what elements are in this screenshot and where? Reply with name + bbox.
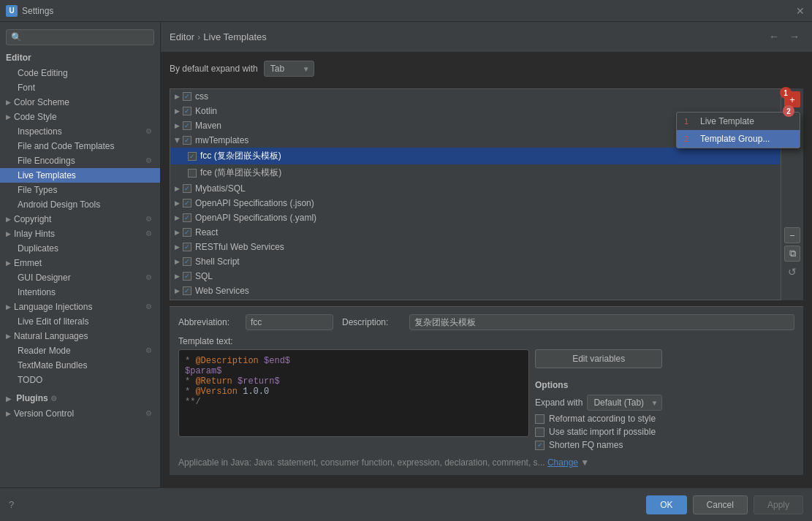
- checkbox-kotlin[interactable]: [183, 107, 191, 115]
- window-title: Settings: [22, 6, 53, 16]
- template-group-web-services[interactable]: ▶ Web Services: [170, 284, 781, 298]
- template-group-xsl[interactable]: ▶ xsl: [170, 298, 781, 300]
- ok-button[interactable]: OK: [646, 495, 686, 514]
- template-text-area[interactable]: * @Description $end$ $param$ * @Return $…: [178, 349, 529, 437]
- cancel-button[interactable]: Cancel: [693, 495, 748, 514]
- checkbox-react[interactable]: [183, 228, 191, 237]
- shorten-fq-checkbox[interactable]: [535, 441, 545, 450]
- content-body: By default expand with TabEnterSpace ▼ ▶…: [161, 52, 812, 487]
- checkbox-maven[interactable]: [183, 121, 191, 130]
- change-link[interactable]: Change: [547, 457, 578, 468]
- template-group-openapi-json[interactable]: ▶ OpenAPI Specifications (.json): [170, 196, 781, 210]
- checkbox-css[interactable]: [183, 92, 191, 101]
- chevron-right-icon: ▶: [175, 258, 180, 265]
- forward-button[interactable]: →: [786, 28, 803, 45]
- chevron-right-icon: ▶: [6, 230, 11, 237]
- checkbox-shell[interactable]: [183, 257, 191, 266]
- checkbox-openapi-json[interactable]: [183, 199, 191, 208]
- checkbox-mybatis[interactable]: [183, 184, 191, 193]
- template-group-openapi-yaml[interactable]: ▶ OpenAPI Specifications (.yaml): [170, 210, 781, 225]
- search-input[interactable]: [6, 29, 154, 45]
- chevron-right-icon: ▶: [175, 185, 180, 192]
- checkbox-sql[interactable]: [183, 272, 191, 281]
- checkbox-web-services[interactable]: [183, 286, 191, 295]
- back-button[interactable]: ←: [765, 28, 783, 45]
- sidebar-group-emmet[interactable]: ▶ Emmet: [0, 256, 160, 270]
- content-area: Editor › Live Templates ← → By default e…: [161, 22, 812, 487]
- sidebar-item-live-edit[interactable]: Live Edit of literals: [0, 314, 160, 329]
- sidebar-item-android-design[interactable]: Android Design Tools: [0, 197, 160, 212]
- reformat-checkbox[interactable]: [535, 414, 545, 424]
- abbreviation-label: Abbreviation:: [178, 317, 237, 327]
- revert-button[interactable]: ↺: [784, 264, 800, 280]
- template-group-react[interactable]: ▶ React: [170, 225, 781, 240]
- template-group-css[interactable]: ▶ css: [170, 89, 781, 104]
- copy-button[interactable]: ⧉: [784, 246, 800, 262]
- add-popup-menu: 1 Live Template 2 Template Group...: [676, 112, 800, 148]
- sidebar-plugins-section[interactable]: ▶ Plugins ⚙: [0, 390, 160, 406]
- chevron-right-icon: ▶: [175, 273, 180, 280]
- sidebar-item-file-code-templates[interactable]: File and Code Templates: [0, 139, 160, 153]
- sidebar-group-copyright[interactable]: ▶ Copyright ⚙: [0, 212, 160, 227]
- template-group-shell[interactable]: ▶ Shell Script: [170, 254, 781, 269]
- remove-button[interactable]: −: [784, 227, 800, 243]
- popup-live-template[interactable]: 1 Live Template: [677, 113, 800, 130]
- sidebar-item-gui-designer[interactable]: GUI Designer ⚙: [0, 270, 160, 285]
- popup-template-group[interactable]: 2 Template Group...: [677, 130, 800, 148]
- sidebar-group-color-scheme[interactable]: ▶ Color Scheme: [0, 95, 160, 110]
- sidebar-editor-section[interactable]: Editor: [0, 50, 160, 66]
- help-button[interactable]: ?: [9, 499, 14, 510]
- right-panel: Edit variables Options Expand with Defau…: [535, 349, 662, 453]
- apply-button[interactable]: Apply: [754, 495, 803, 514]
- static-import-checkbox[interactable]: [535, 427, 545, 437]
- template-item-fcc[interactable]: fcc (复杂团嵌头模板): [170, 148, 781, 164]
- sidebar-item-code-editing[interactable]: Code Editing: [0, 66, 160, 80]
- checkbox-openapi-yaml[interactable]: [183, 213, 191, 222]
- breadcrumb: Editor › Live Templates: [170, 31, 267, 42]
- settings-icon: ⚙: [145, 346, 154, 355]
- sidebar-group-natural-languages[interactable]: ▶ Natural Languages: [0, 329, 160, 343]
- sidebar-item-intentions[interactable]: Intentions: [0, 285, 160, 300]
- checkbox-mwtemplates[interactable]: [183, 136, 191, 145]
- settings-icon: ⚙: [145, 127, 154, 136]
- expand-with-option-select[interactable]: Default (Tab): [587, 395, 662, 411]
- checkbox-fcc[interactable]: [188, 152, 197, 161]
- checkbox-fce[interactable]: [188, 169, 197, 178]
- template-item-fce[interactable]: fce (简单团嵌头模板): [170, 164, 781, 181]
- description-label: Description:: [342, 317, 401, 327]
- chevron-right-icon: ▶: [6, 395, 11, 403]
- side-buttons: 1 + 1 Live Template 2 Template Group..: [781, 88, 803, 300]
- abbreviation-input[interactable]: [246, 314, 333, 330]
- template-group-sql[interactable]: ▶ SQL: [170, 269, 781, 284]
- header-nav: ← →: [765, 28, 803, 45]
- sidebar-group-inlay-hints[interactable]: ▶ Inlay Hints ⚙: [0, 227, 160, 241]
- sidebar-item-font[interactable]: Font: [0, 80, 160, 95]
- sidebar-group-language-injections[interactable]: ▶ Language Injections ⚙: [0, 300, 160, 314]
- sidebar-item-live-templates[interactable]: Live Templates: [0, 168, 160, 183]
- expand-with-option-wrapper: Default (Tab) ▼: [587, 395, 662, 411]
- sidebar-item-textmate[interactable]: TextMate Bundles: [0, 358, 160, 373]
- settings-icon: ⚙: [145, 409, 154, 418]
- sidebar-item-duplicates[interactable]: Duplicates: [0, 241, 160, 256]
- sidebar-item-reader-mode[interactable]: Reader Mode ⚙: [0, 343, 160, 358]
- badge-2: 2: [783, 105, 794, 117]
- edit-variables-button[interactable]: Edit variables: [535, 349, 662, 368]
- checkbox-restful[interactable]: [183, 243, 191, 251]
- bottom-section: Template text: * @Description $end$ $par…: [178, 336, 794, 468]
- sidebar-group-version-control[interactable]: ▶ Version Control ⚙: [0, 406, 160, 421]
- template-group-mybatis[interactable]: ▶ Mybatis/SQL: [170, 181, 781, 196]
- template-group-restful[interactable]: ▶ RESTful Web Services: [170, 240, 781, 254]
- reformat-label: Reformat according to style: [549, 414, 656, 424]
- close-button[interactable]: ✕: [794, 5, 806, 17]
- sidebar-group-code-style[interactable]: ▶ Code Style: [0, 110, 160, 124]
- chevron-right-icon: ▶: [6, 259, 11, 267]
- expand-with-dropdown[interactable]: TabEnterSpace: [264, 61, 314, 77]
- settings-icon: ⚙: [145, 229, 154, 238]
- description-input[interactable]: [409, 314, 794, 330]
- badge-1: 1: [780, 87, 792, 99]
- sidebar-item-todo[interactable]: TODO: [0, 373, 160, 387]
- sidebar-item-file-encodings[interactable]: File Encodings ⚙: [0, 153, 160, 168]
- sidebar-item-file-types[interactable]: File Types: [0, 183, 160, 197]
- chevron-right-icon: ▶: [175, 122, 180, 129]
- sidebar-item-inspections[interactable]: Inspections ⚙: [0, 124, 160, 139]
